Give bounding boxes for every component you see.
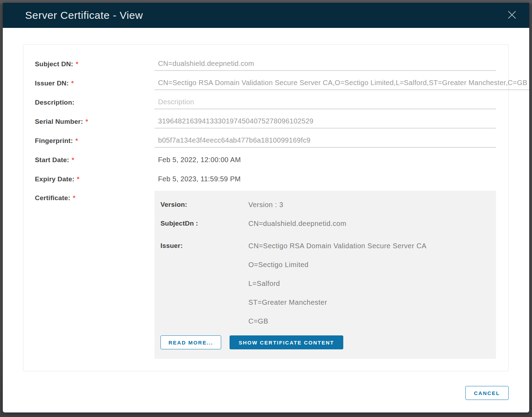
certificate-detail-line: CN=Sectigo RSA Domain Validation Secure …: [248, 236, 489, 255]
read-more-button[interactable]: READ MORE...: [160, 335, 221, 349]
field-control: CN=Sectigo RSA Domain Validation Secure …: [155, 77, 529, 90]
input-value: 319648216394133301974504075278096102529: [158, 117, 314, 125]
field-control: Version:Version : 3SubjectDn :CN=dualshi…: [155, 189, 496, 359]
certificate-detail-line: CN=dualshield.deepnetid.com: [248, 214, 489, 233]
field-control: Feb 5, 2022, 12:00:00 AM: [155, 156, 496, 164]
field-label-text: Issuer DN:: [35, 79, 69, 87]
form-row: Expiry Date:*Feb 5, 2023, 11:59:59 PM: [35, 169, 496, 189]
certificate-detail-line: ST=Greater Manchester: [248, 293, 489, 312]
serial-number-input[interactable]: 319648216394133301974504075278096102529: [155, 115, 496, 128]
form-row: Fingerprint:*b05f7a134e3f4eecc64ab477b6a…: [35, 131, 496, 150]
issuer-dn-input[interactable]: CN=Sectigo RSA Domain Validation Secure …: [155, 77, 529, 90]
field-label-text: Certificate:: [35, 194, 70, 202]
field-control: 319648216394133301974504075278096102529: [155, 115, 496, 128]
certificate-detail-row: SubjectDn :CN=dualshield.deepnetid.com: [160, 214, 489, 233]
field-control: Feb 5, 2023, 11:59:59 PM: [155, 175, 496, 183]
field-label-text: Subject DN:: [35, 60, 73, 68]
certificate-detail-label: SubjectDn :: [160, 214, 248, 233]
form-row: Start Date:*Feb 5, 2022, 12:00:00 AM: [35, 150, 496, 169]
fingerprint-input[interactable]: b05f7a134e3f4eecc64ab477b6a1810099169fc9: [155, 134, 496, 147]
field-control: b05f7a134e3f4eecc64ab477b6a1810099169fc9: [155, 134, 496, 147]
certificate-detail-value: Version : 3: [248, 195, 489, 214]
field-label: Serial Number:*: [35, 118, 155, 126]
field-control: Description: [155, 96, 496, 109]
certificate-detail-row: Version:Version : 3: [160, 195, 489, 214]
input-value: b05f7a134e3f4eecc64ab477b6a1810099169fc9: [158, 136, 310, 144]
field-label-text: Serial Number:: [35, 118, 83, 125]
certificate-detail-line: L=Salford: [248, 274, 489, 293]
show-certificate-content-button[interactable]: SHOW CERTIFICATE CONTENT: [230, 335, 343, 349]
start-date-value: Feb 5, 2022, 12:00:00 AM: [155, 156, 496, 164]
certificate-details-box: Version:Version : 3SubjectDn :CN=dualshi…: [155, 191, 496, 359]
form-row: Subject DN:*CN=dualshield.deepnetid.com: [35, 54, 496, 74]
required-asterisk: *: [72, 156, 74, 164]
field-label-text: Expiry Date:: [35, 175, 74, 183]
server-certificate-view-dialog: Server Certificate - View Subject DN:*CN…: [3, 3, 529, 412]
certificate-form-panel: Subject DN:*CN=dualshield.deepnetid.comI…: [23, 44, 509, 371]
dialog-title: Server Certificate - View: [25, 9, 143, 21]
subject-dn-input[interactable]: CN=dualshield.deepnetid.com: [155, 58, 496, 71]
form-row: Description:Description: [35, 93, 496, 112]
certificate-detail-line: O=Sectigo Limited: [248, 255, 489, 274]
input-value: CN=dualshield.deepnetid.com: [158, 60, 254, 68]
certificate-detail-label: Issuer:: [160, 236, 248, 331]
field-label-text: Fingerprint:: [35, 137, 73, 144]
required-asterisk: *: [77, 175, 80, 183]
certificate-detail-value: CN=Sectigo RSA Domain Validation Secure …: [248, 236, 489, 331]
field-label: Subject DN:*: [35, 60, 155, 68]
form-rows: Subject DN:*CN=dualshield.deepnetid.comI…: [35, 54, 496, 359]
field-label: Description:: [35, 99, 155, 106]
field-control: CN=dualshield.deepnetid.com: [155, 58, 496, 71]
field-label: Expiry Date:*: [35, 175, 155, 183]
field-label: Fingerprint:*: [35, 137, 155, 145]
field-label-text: Start Date:: [35, 156, 69, 164]
input-value: CN=Sectigo RSA Domain Validation Secure …: [158, 79, 527, 87]
input-placeholder: Description: [158, 98, 194, 106]
certificate-detail-line: C=GB: [248, 312, 489, 331]
certificate-detail-line: Version : 3: [248, 195, 489, 214]
field-label-text: Description:: [35, 99, 74, 106]
required-asterisk: *: [75, 137, 78, 144]
certificate-box-buttons: READ MORE...SHOW CERTIFICATE CONTENT: [160, 335, 489, 349]
field-label: Start Date:*: [35, 156, 155, 164]
required-asterisk: *: [85, 118, 88, 125]
form-row: Serial Number:*3196482163941333019745040…: [35, 112, 496, 131]
form-row: Issuer DN:*CN=Sectigo RSA Domain Validat…: [35, 74, 496, 93]
close-button[interactable]: [505, 8, 519, 22]
description-input[interactable]: Description: [155, 96, 496, 109]
cancel-button[interactable]: CANCEL: [465, 386, 509, 400]
expiry-date-value: Feb 5, 2023, 11:59:59 PM: [155, 175, 496, 183]
certificate-detail-label: Version:: [160, 195, 248, 214]
dialog-footer: CANCEL: [465, 386, 509, 400]
required-asterisk: *: [71, 79, 74, 87]
required-asterisk: *: [73, 194, 76, 202]
certificate-detail-row: Issuer:CN=Sectigo RSA Domain Validation …: [160, 236, 489, 331]
field-label: Certificate:*: [35, 189, 155, 202]
form-row: Certificate:*Version:Version : 3SubjectD…: [35, 189, 496, 359]
dialog-header: Server Certificate - View: [3, 3, 529, 28]
field-label: Issuer DN:*: [35, 79, 155, 87]
required-asterisk: *: [76, 60, 78, 68]
certificate-detail-value: CN=dualshield.deepnetid.com: [248, 214, 489, 233]
close-icon: [507, 10, 517, 21]
